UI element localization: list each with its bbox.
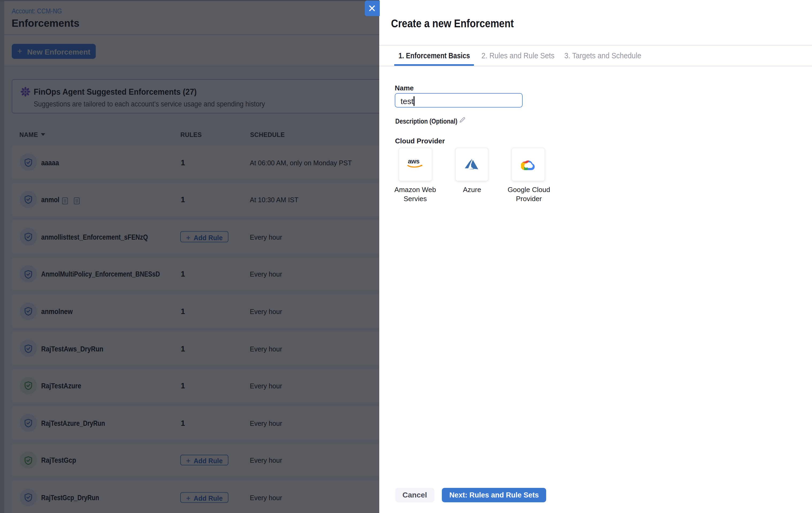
svg-text:aws: aws — [408, 158, 419, 165]
